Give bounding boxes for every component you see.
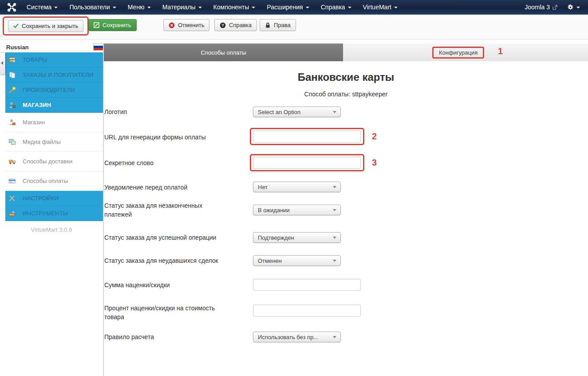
sidebar-item-shop-sub[interactable]: Магазин [5, 113, 103, 132]
calc-rule-select[interactable]: Использовать без пр... [253, 332, 341, 342]
field-label-success-status: Статус заказа для успешной операции [104, 233, 253, 242]
configuration-icon [8, 194, 16, 202]
payment-url-input[interactable] [253, 131, 361, 142]
chevron-down-icon [348, 7, 351, 8]
tab-configuration[interactable]: Конфигурация [432, 47, 484, 59]
orders-icon [8, 71, 16, 79]
chevron-down-icon [333, 111, 336, 113]
field-label-failed-status: Статус заказа для неудавшихся сделок [104, 256, 253, 265]
permissions-button[interactable]: Права [260, 19, 296, 31]
sidebar-item-orders[interactable]: ЗАКАЗЫ И ПОКУПАТЕЛИ [5, 67, 103, 83]
menu-help[interactable]: Справка [315, 0, 357, 14]
admin-navbar: Система Пользователи Меню Материалы Комп… [0, 0, 588, 15]
menu-components[interactable]: Компоненты [208, 0, 261, 14]
field-label-secret-word: Секретное слово [104, 158, 253, 167]
annotation-number-2: 2 [372, 131, 377, 142]
menu-menus[interactable]: Меню [122, 0, 157, 14]
chevron-down-icon [147, 7, 151, 8]
manufacturers-icon [8, 86, 16, 94]
save-and-close-button[interactable]: Сохранить и закрыть [8, 20, 83, 32]
fee-amount-input[interactable] [253, 279, 361, 291]
logo-select[interactable]: Select an Option [253, 107, 341, 117]
sidebar-item-shop[interactable]: МАГАЗИН [5, 98, 103, 113]
chevron-down-icon [306, 7, 309, 8]
sidebar-item-products[interactable]: ТОВАРЫ [5, 52, 103, 67]
language-label: Russian [6, 44, 29, 51]
failed-status-select[interactable]: Отменен [253, 255, 341, 266]
cancel-icon [169, 22, 175, 28]
menu-virtuemart[interactable]: VirtueMart [357, 0, 403, 14]
virtuemart-sidebar: Russian ТОВАРЫ ЗАКАЗЫ И ПОКУПАТЕЛИ [0, 40, 103, 376]
shipment-icon [8, 158, 16, 165]
annotation-number-1: 1 [498, 46, 503, 56]
chevron-down-icon [198, 7, 202, 8]
fee-percent-input[interactable] [253, 305, 361, 317]
tools-icon [8, 210, 16, 217]
chevron-down-icon [333, 336, 336, 338]
sidebar-item-payment-methods[interactable]: Способы оплаты [5, 171, 103, 191]
field-label-pending-status: Статус заказа для незаконченных платежей [104, 201, 253, 219]
sidebar-collapse-handle[interactable] [0, 52, 5, 75]
tab-payment-methods[interactable]: Способы оплаты [104, 44, 343, 61]
external-link-icon [552, 5, 557, 10]
virtuemart-menu: ТОВАРЫ ЗАКАЗЫ И ПОКУПАТЕЛИ ПРОИЗВОДИТЕЛИ [5, 52, 103, 221]
chevron-down-icon [576, 7, 580, 8]
save-button[interactable]: Сохранить [88, 19, 137, 31]
shop-icon [8, 101, 16, 109]
annotation-number-3: 3 [372, 158, 377, 168]
field-label-logo: Логотип [104, 107, 253, 116]
notify-before-payment-select[interactable]: Нет [253, 182, 341, 192]
media-icon [8, 138, 16, 146]
field-label-notify-before-payment: Уведомление перед оплатой [104, 183, 253, 192]
annotation-box-save-close: Сохранить и закрыть [3, 16, 89, 36]
sidebar-item-media-files[interactable]: Медиа файлы [5, 132, 103, 152]
payment-method-subtitle: Способ оплаты: sttpaykeeper [104, 91, 588, 98]
save-icon [94, 22, 99, 28]
products-icon [8, 56, 16, 63]
menu-extensions[interactable]: Расширения [261, 0, 315, 14]
chevron-down-icon [333, 260, 336, 262]
payment-method-form: Способы оплаты Конфигурация 1 Банковские… [104, 44, 588, 376]
gear-icon [567, 4, 574, 11]
svg-text:?: ? [221, 23, 224, 28]
sidebar-item-tools[interactable]: ИНСТРУМЕНТЫ [5, 206, 103, 221]
sidebar-item-manufacturers[interactable]: ПРОИЗВОДИТЕЛИ [5, 83, 103, 98]
admin-settings-menu[interactable] [567, 4, 580, 11]
joomla-logo [0, 3, 21, 12]
menu-users[interactable]: Пользователи [63, 0, 122, 14]
payment-icon [8, 177, 16, 185]
success-status-select[interactable]: Подтвержден [253, 232, 341, 243]
field-label-fee-amount: Сумма наценки/скидки [104, 281, 253, 289]
virtuemart-version: VirtueMart 3.0.9 [0, 226, 103, 233]
secret-word-input[interactable] [253, 157, 361, 169]
toolbar: Сохранить и закрыть Сохранить Отменить ?… [0, 15, 588, 40]
chevron-down-icon [333, 186, 336, 188]
pending-status-select[interactable]: В ожидании [253, 205, 341, 215]
lock-icon [265, 22, 271, 28]
chevron-down-icon [333, 237, 336, 239]
cancel-button[interactable]: Отменить [163, 19, 209, 31]
help-button[interactable]: ? Справка [214, 19, 257, 31]
sidebar-item-configuration[interactable]: НАСТРОЙКИ [5, 191, 103, 206]
chevron-down-icon [252, 7, 255, 8]
chevron-down-icon [394, 7, 398, 8]
page-title: Банковские карты [104, 71, 588, 83]
menu-system[interactable]: Система [21, 0, 63, 14]
virtuemart-payment-config-page: Система Пользователи Меню Материалы Комп… [0, 0, 588, 376]
shop-small-icon [8, 119, 16, 126]
site-preview-link[interactable]: Joomla 3 [525, 4, 557, 11]
tab-bar: Способы оплаты Конфигурация 1 [104, 44, 588, 61]
chevron-down-icon [113, 7, 116, 8]
help-icon: ? [220, 22, 226, 28]
field-label-calc-rule: Правило расчета [104, 332, 253, 341]
field-label-payment-url: URL для генерации формы оплаты [104, 133, 253, 142]
check-icon [13, 24, 19, 28]
chevron-down-icon [54, 7, 58, 8]
sidebar-item-shipment-methods[interactable]: Способы доставки [5, 152, 103, 171]
field-label-fee-percent: Процент наценки/скидки на стоимость това… [104, 304, 253, 321]
menu-content[interactable]: Материалы [157, 0, 208, 14]
russian-flag-icon [93, 43, 104, 51]
chevron-down-icon [333, 209, 336, 211]
